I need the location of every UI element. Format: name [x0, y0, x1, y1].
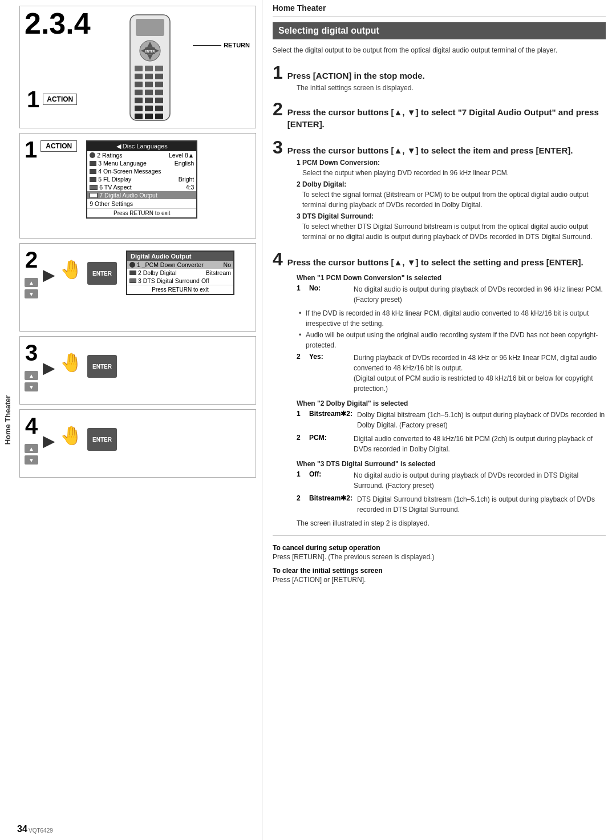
- svg-rect-24: [155, 98, 163, 103]
- step4-left: 4 ▲ ▼: [25, 414, 38, 465]
- left-panel: Home Theater 2.3.4 ENTER: [0, 0, 262, 840]
- divider: [273, 535, 606, 536]
- when-pcm: When "1 PCM Down Conversion" is selected…: [297, 274, 606, 394]
- svg-text:ENTER: ENTER: [145, 50, 155, 53]
- svg-rect-26: [145, 106, 153, 111]
- step1-menu-section: 1 ACTION ◀ Disc Languages 2 Ratings Leve…: [19, 133, 256, 239]
- step1-action: 1 ACTION: [27, 88, 77, 111]
- enter-button-step4[interactable]: ENTER: [87, 428, 117, 451]
- step1-number: 2.3.4: [25, 9, 91, 38]
- svg-rect-17: [145, 82, 153, 87]
- remote-control: ENTER: [124, 12, 176, 125]
- step1b-number: 1: [25, 138, 37, 161]
- svg-rect-28: [135, 114, 143, 119]
- step2-left: 2 ▲ ▼: [25, 248, 38, 298]
- step2-section: 2 ▲ ▼ ▶ 🤚 ENTER Digital Audio Output 1 _…: [19, 243, 256, 332]
- svg-rect-22: [135, 98, 143, 103]
- intro-text: Select the digital output to be output f…: [273, 45, 606, 55]
- svg-rect-1: [136, 19, 164, 36]
- svg-rect-15: [155, 74, 163, 79]
- page-header: Home Theater: [273, 0, 606, 17]
- settings-menu: ◀ Disc Languages 2 Ratings Level 8▲ 3 Me…: [86, 140, 197, 219]
- dts-row-off: 1 Off: No digital audio is output during…: [297, 470, 606, 491]
- step-right-1: 1 Press [ACTION] in the stop mode. The i…: [273, 63, 606, 92]
- when-dolby: When "2 Dolby Digital" is selected 1 Bit…: [297, 399, 606, 454]
- step2-hand: 🤚: [60, 259, 83, 280]
- svg-rect-16: [135, 82, 143, 87]
- step4-section: 4 ▲ ▼ ▶ 🤚 ENTER: [19, 409, 256, 478]
- step2-arrow: ▶: [43, 265, 55, 284]
- step3-item-3: 3 DTS Digital Surround: To select whethe…: [297, 212, 606, 242]
- svg-rect-11: [145, 66, 153, 71]
- pcm-row-no: 1 No: No digital audio is output during …: [297, 284, 606, 305]
- step1-action-label: ACTION: [40, 140, 77, 152]
- return-label: RETURN: [193, 42, 250, 49]
- step3-item-1: 1 PCM Down Conversion: Select the output…: [297, 159, 606, 178]
- dts-row-bitstream: 2 Bitstream✱2: DTS Digital Surround bits…: [297, 494, 606, 515]
- step3-arrow: ▶: [43, 358, 55, 377]
- step3-hand: 🤚: [60, 352, 83, 373]
- step-right-2: 2 Press the cursor buttons [▲, ▼] to sel…: [273, 100, 606, 130]
- step4-note: The screen illustrated in step 2 is disp…: [297, 519, 606, 527]
- header-title: Home Theater: [273, 3, 326, 13]
- digital-audio-menu: Digital Audio Output 1 _PCM Down Convert…: [126, 251, 234, 295]
- step1-section: 2.3.4 ENTER: [19, 6, 256, 128]
- svg-rect-20: [145, 90, 153, 95]
- enter-button-step3[interactable]: ENTER: [87, 355, 117, 378]
- step-right-4: 4 Press the cursor buttons [▲, ▼] to sel…: [273, 250, 606, 527]
- action-button: ACTION: [43, 94, 77, 105]
- footer-note-1: To cancel during setup operation Press […: [273, 544, 606, 562]
- svg-rect-18: [155, 82, 163, 87]
- side-label: Home Theater: [3, 395, 12, 445]
- step4-arrow: ▶: [43, 431, 55, 450]
- step3-item-2: 2 Dolby Digital: To select the signal fo…: [297, 180, 606, 210]
- svg-rect-23: [145, 98, 153, 103]
- step3-items: 1 PCM Down Conversion: Select the output…: [297, 159, 606, 242]
- svg-rect-14: [145, 74, 153, 79]
- dolby-row-pcm: 2 PCM: Digital audio converted to 48 kHz…: [297, 434, 606, 454]
- step4-hand: 🤚: [60, 425, 83, 446]
- svg-rect-29: [145, 114, 153, 119]
- footer-note-2: To clear the initial settings screen Pre…: [273, 567, 606, 585]
- svg-rect-30: [155, 114, 163, 119]
- pcm-row-yes: 2 Yes: During playback of DVDs recorded …: [297, 353, 606, 394]
- svg-rect-12: [155, 66, 163, 71]
- enter-button-step2[interactable]: ENTER: [87, 262, 117, 285]
- page-number: 34: [17, 824, 27, 834]
- model-number: VQT6429: [29, 826, 53, 834]
- right-panel: Home Theater Selecting digital output Se…: [262, 0, 616, 840]
- svg-rect-13: [135, 74, 143, 79]
- svg-rect-27: [155, 106, 163, 111]
- svg-rect-19: [135, 90, 143, 95]
- dolby-row-bitstream: 1 Bitstream✱2: Dolby Digital bitstream (…: [297, 410, 606, 430]
- svg-rect-21: [155, 90, 163, 95]
- step-right-3: 3 Press the cursor buttons [▲, ▼] to sel…: [273, 138, 606, 242]
- step3-section: 3 ▲ ▼ ▶ 🤚 ENTER: [19, 336, 256, 405]
- step3-left: 3 ▲ ▼: [25, 341, 38, 391]
- svg-rect-10: [135, 66, 143, 71]
- svg-rect-25: [135, 106, 143, 111]
- section-title: Selecting digital output: [273, 22, 606, 39]
- when-dts: When "3 DTS Digital Surround" is selecte…: [297, 460, 606, 515]
